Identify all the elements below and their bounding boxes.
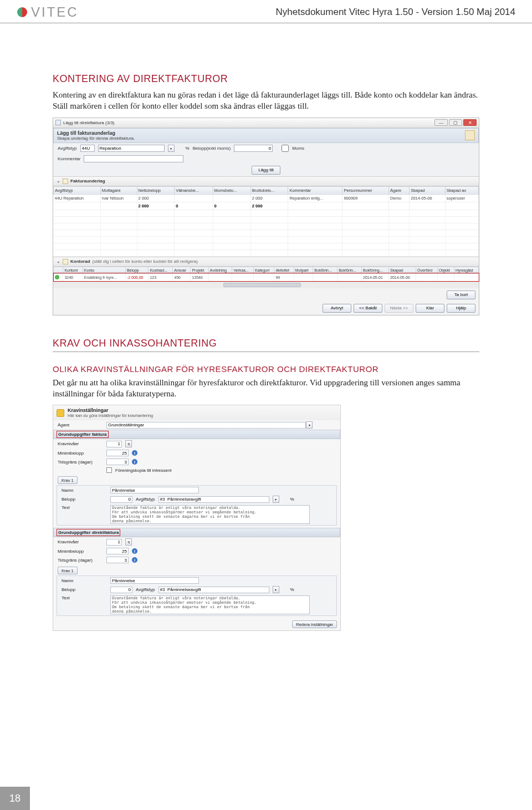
info-icon: i bbox=[132, 459, 137, 465]
spinner-icon[interactable]: ⇅ bbox=[125, 440, 132, 447]
namn2-input[interactable] bbox=[110, 577, 199, 584]
back-button[interactable]: << Bakåt bbox=[354, 304, 382, 313]
column-header[interactable]: Överförd bbox=[416, 267, 438, 273]
add-button[interactable]: Lägg till bbox=[252, 166, 280, 175]
document-pencil-icon bbox=[465, 130, 475, 140]
redera-button[interactable]: Redera inställningar bbox=[292, 620, 337, 628]
screenshot-direktfaktura: Lägg till direktfaktura (3/3) — ▢ ✕ Lägg… bbox=[53, 118, 479, 315]
close-icon[interactable]: ✕ bbox=[463, 119, 477, 126]
info-icon: i bbox=[132, 557, 137, 563]
screenshot-kravinstallningar: Kravinställningar Här kan du göra instäl… bbox=[53, 405, 341, 631]
column-header[interactable]: Bokförin... bbox=[337, 267, 362, 273]
owner-select[interactable] bbox=[106, 422, 306, 429]
column-header[interactable]: Skapad bbox=[389, 267, 416, 273]
column-header[interactable]: Mottagare bbox=[100, 186, 137, 194]
column-header[interactable]: Ansvar bbox=[173, 267, 191, 273]
column-header[interactable]: Avdelning bbox=[208, 267, 232, 273]
column-header[interactable]: Personnummer bbox=[342, 186, 389, 194]
cancel-button[interactable]: Avbryt bbox=[323, 304, 351, 313]
logo-text: VITEC bbox=[31, 4, 79, 20]
chevron-down-icon[interactable]: ▾ bbox=[273, 496, 279, 503]
heading-kontering: KONTERING AV DIREKTFAKTUROR bbox=[53, 73, 479, 85]
moms-checkbox[interactable] bbox=[282, 145, 289, 152]
owner-label: Ägare bbox=[58, 422, 103, 427]
column-header[interactable]: Motpart bbox=[294, 267, 313, 273]
minimibelopp-input[interactable] bbox=[106, 450, 129, 456]
column-header[interactable]: Kommentar bbox=[288, 186, 342, 194]
spinner-icon[interactable]: ⇅ bbox=[125, 538, 132, 546]
fakturaunderlag-grid: AvgiftstypMottagareNettobeloppVälnansbe.… bbox=[53, 186, 479, 257]
column-header[interactable]: Ägare bbox=[389, 186, 410, 194]
kravnivaer2-input[interactable] bbox=[106, 539, 122, 546]
column-header[interactable] bbox=[54, 267, 63, 273]
delete-button[interactable]: Ta bort bbox=[447, 291, 475, 299]
page-number: 18 bbox=[0, 787, 30, 810]
fakturaunderlag-title: Fakturaunderlag bbox=[70, 179, 105, 184]
column-header[interactable]: Kontonr bbox=[63, 267, 83, 273]
belopp2-input[interactable] bbox=[110, 587, 132, 593]
amount-input[interactable] bbox=[234, 145, 273, 152]
percent-icon: % bbox=[186, 146, 190, 151]
fakturaunderlag-bar[interactable]: ⌄ Fakturaunderlag bbox=[53, 176, 479, 186]
table-row[interactable]: 44U ReparationIvar Nilsson2 0002 000Repa… bbox=[54, 194, 479, 202]
table-row[interactable]: 3240Ersättning fr hyre...-2 000,00123456… bbox=[54, 273, 479, 281]
chevron-down-icon[interactable]: ▾ bbox=[306, 421, 313, 429]
column-header[interactable]: Bokförin... bbox=[313, 267, 337, 273]
column-header[interactable]: Avgiftstyp bbox=[54, 186, 101, 194]
next-button[interactable]: Nästa >> bbox=[385, 304, 413, 313]
kravnivaer-input[interactable] bbox=[106, 441, 122, 447]
famcheck-label: Föreningskopia till intressent bbox=[115, 468, 171, 473]
krav1-tab[interactable]: Krav 1 bbox=[58, 476, 78, 484]
column-header[interactable]: Verksa... bbox=[232, 267, 254, 273]
avgiftstyp-text-input[interactable] bbox=[98, 145, 165, 152]
minimize-icon[interactable]: — bbox=[434, 119, 448, 126]
avgiftstyp-label: Avgiftstyp bbox=[58, 146, 77, 151]
para-krav: Det går nu att ha olika kravinställninga… bbox=[53, 377, 479, 400]
tidsgräns-label-2: Tidsgräns (dagar) bbox=[58, 558, 103, 563]
kontorad-hint: (ställ dig i cellen för konto eller kodd… bbox=[93, 259, 198, 264]
avgiftstyp-dropdown-icon[interactable]: ▾ bbox=[168, 145, 175, 152]
belopp-input[interactable] bbox=[110, 496, 132, 503]
minimibelopp2-input[interactable] bbox=[106, 548, 129, 554]
column-header[interactable]: Bokföring... bbox=[362, 267, 389, 273]
chevron-down-icon[interactable]: ▾ bbox=[273, 586, 279, 593]
column-header[interactable]: Kostnad... bbox=[149, 267, 173, 273]
column-header[interactable]: Välnansbe... bbox=[175, 186, 213, 194]
column-header[interactable]: Aktivitet bbox=[274, 267, 294, 273]
avgiftstyp-code-input[interactable] bbox=[80, 145, 95, 152]
kontorad-grid: KontonrKontoBeloppKostnad...AnsvarProjek… bbox=[53, 267, 479, 282]
avgiftstyp-select[interactable] bbox=[158, 496, 269, 503]
kommentar-input[interactable] bbox=[84, 155, 183, 162]
text2-textarea[interactable] bbox=[110, 595, 310, 614]
tidsgräns2-input[interactable] bbox=[106, 557, 129, 563]
tidsgräns-input[interactable] bbox=[106, 459, 129, 465]
table-row[interactable]: 2 000002 000 bbox=[54, 202, 479, 210]
column-header[interactable]: Momsbelo... bbox=[213, 186, 250, 194]
namn-input[interactable] bbox=[110, 487, 199, 493]
famcheck-checkbox[interactable] bbox=[106, 467, 112, 473]
column-header[interactable]: Belopp bbox=[125, 267, 149, 273]
column-header[interactable]: Objekt bbox=[437, 267, 454, 273]
bar-grund-faktura: Grunduppgifter faktura bbox=[53, 430, 340, 439]
kontorad-bar[interactable]: ⌄ Kontorad (ställ dig i cellen för konto… bbox=[53, 257, 479, 267]
sheet-icon bbox=[63, 259, 68, 264]
column-header[interactable]: Kategori bbox=[254, 267, 274, 273]
band1-sub: Skapa underlag för denna direktfaktura. bbox=[57, 136, 135, 141]
column-header[interactable]: Projekt bbox=[191, 267, 208, 273]
star-lock-icon bbox=[57, 409, 64, 417]
krav1b-tab[interactable]: Krav 1 bbox=[58, 567, 78, 574]
collapse-caret-icon: ⌄ bbox=[57, 259, 60, 264]
avgiftstyp2-select[interactable] bbox=[158, 587, 269, 593]
column-header[interactable]: Konto bbox=[83, 267, 125, 273]
text-textarea[interactable] bbox=[110, 505, 310, 524]
avgiftstyp2-label: Avgiftstyp bbox=[136, 497, 155, 502]
done-button[interactable]: Klar bbox=[416, 304, 444, 313]
column-header[interactable]: Nettobelopp bbox=[137, 186, 175, 194]
column-header[interactable]: Hyresgäst bbox=[454, 267, 479, 273]
maximize-icon[interactable]: ▢ bbox=[449, 119, 462, 126]
horizontal-scrollbar[interactable] bbox=[53, 282, 479, 288]
column-header[interactable]: Skapad av bbox=[445, 186, 478, 194]
column-header[interactable]: Skapad bbox=[410, 186, 446, 194]
column-header[interactable]: Bruttobelo... bbox=[250, 186, 288, 194]
help-button[interactable]: Hjälp bbox=[447, 304, 475, 313]
